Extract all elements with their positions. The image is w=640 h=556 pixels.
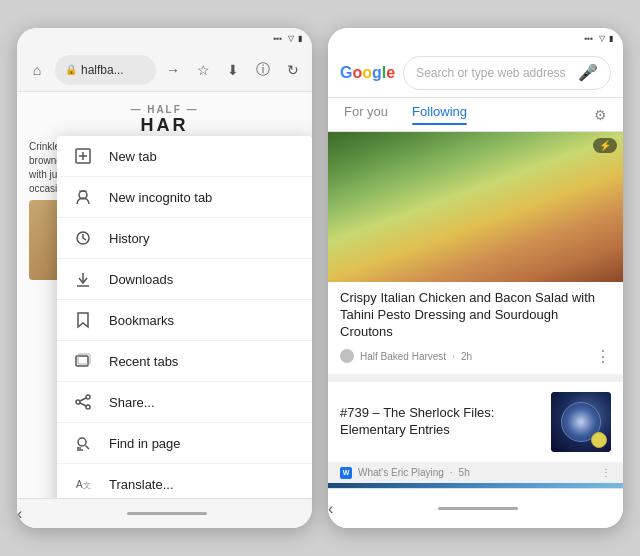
sherlock-thumbnail [551,392,611,452]
svg-point-13 [86,405,90,409]
search-placeholder: Search or type web address [416,66,565,80]
search-input[interactable]: Search or type web address 🎤 [403,56,611,90]
feed-avatar [340,349,354,363]
lightning-badge: ⚡ [593,138,617,153]
findinpage-icon [73,433,93,453]
sherlock-source: What's Eric Playing [358,467,444,478]
svg-marker-8 [78,313,88,327]
menu-item-history[interactable]: History [57,218,312,259]
tab-for-you[interactable]: For you [344,104,388,125]
source-icon: W [340,467,352,479]
menu-item-downloads[interactable]: Downloads [57,259,312,300]
history-label: History [109,231,296,246]
left-phone: ▪▪▪ ▽ ▮ ⌂ 🔒 halfba... → ☆ ⬇ ⓘ ↻ — HALF [17,28,312,528]
home-indicator [127,512,207,515]
feed-card-content: Crispy Italian Chicken and Bacon Salad w… [328,282,623,374]
right-bottom-nav: ‹ [328,488,623,528]
feed-main-title: Crispy Italian Chicken and Bacon Salad w… [340,290,611,341]
feed-dot: · [452,351,455,362]
bookmarks-label: Bookmarks [109,313,296,328]
wifi-icon: ▽ [288,34,294,43]
home-button[interactable]: ⌂ [25,58,49,82]
feed-main-meta: Half Baked Harvest · 2h ⋮ [340,347,611,366]
site-logo: — HALF — HAR [29,100,300,140]
sherlock-time: 5h [459,467,470,478]
svg-text:A: A [76,479,83,490]
menu-item-recent-tabs[interactable]: Recent tabs [57,341,312,382]
incognito-label: New incognito tab [109,190,296,205]
settings-icon[interactable]: ⚙ [594,107,607,123]
translate-label: Translate... [109,477,296,492]
battery-icon: ▮ [298,34,302,43]
right-back-button[interactable]: ‹ [328,500,333,518]
recent-tabs-label: Recent tabs [109,354,296,369]
left-bottom-nav: ‹ [17,498,312,528]
download-button[interactable]: ⬇ [222,59,244,81]
right-phone: ▪▪▪ ▽ ▮ Google Search or type web addres… [328,28,623,528]
sherlock-meta: W What's Eric Playing · 5h ⋮ [328,463,623,483]
svg-point-12 [76,400,80,404]
back-button[interactable]: ‹ [17,505,22,523]
signal-bars-icon: ▪▪▪ [273,34,282,43]
toolbar-icons: → ☆ ⬇ ⓘ ↻ [162,59,304,81]
downloads-icon [73,269,93,289]
left-status-bar: ▪▪▪ ▽ ▮ [17,28,312,48]
bottom-feed-image: ⚡ [328,483,623,488]
newtab-icon [73,146,93,166]
bookmarks-icon [73,310,93,330]
svg-text:文: 文 [83,481,91,490]
svg-line-15 [80,403,86,406]
refresh-button[interactable]: ↻ [282,59,304,81]
context-menu: New tab New incognito tab History [57,136,312,498]
history-icon [73,228,93,248]
mic-icon[interactable]: 🎤 [578,63,598,82]
info-button[interactable]: ⓘ [252,59,274,81]
forward-button[interactable]: → [162,59,184,81]
svg-line-17 [86,446,90,450]
menu-item-incognito[interactable]: New incognito tab [57,177,312,218]
share-icon [73,392,93,412]
sherlock-title: #739 – The Sherlock Files: Elementary En… [340,405,541,439]
feed-main-image: ⚡ [328,132,623,282]
svg-point-16 [78,438,86,446]
share-label: Share... [109,395,296,410]
menu-item-find[interactable]: Find in page [57,423,312,464]
downloads-label: Downloads [109,272,296,287]
url-box[interactable]: 🔒 halfba... [55,55,156,85]
sherlock-more-button[interactable]: ⋮ [601,467,611,478]
google-search-bar: Google Search or type web address 🎤 [328,48,623,98]
bookmark-button[interactable]: ☆ [192,59,214,81]
svg-line-14 [80,398,86,401]
svg-point-11 [86,395,90,399]
translate-icon: A文 [73,474,93,494]
menu-item-translate[interactable]: A文 Translate... [57,464,312,498]
menu-item-new-tab[interactable]: New tab [57,136,312,177]
new-tab-label: New tab [109,149,296,164]
right-wifi-icon: ▽ [599,34,605,43]
right-battery-icon: ▮ [609,34,613,43]
right-status-bar: ▪▪▪ ▽ ▮ [328,28,623,48]
lock-icon: 🔒 [65,64,77,75]
feed-card-main: ⚡ Crispy Italian Chicken and Bacon Salad… [328,132,623,374]
menu-item-bookmarks[interactable]: Bookmarks [57,300,312,341]
feed-more-button[interactable]: ⋮ [595,347,611,366]
google-logo: Google [340,64,395,82]
tabs-bar: For you Following ⚙ [328,98,623,132]
tab-following[interactable]: Following [412,104,467,125]
right-home-indicator [438,507,518,510]
web-content: — HALF — HAR Crinkled on the middle, and… [17,92,312,498]
feed-item-sherlock: #739 – The Sherlock Files: Elementary En… [328,382,623,463]
feed-content: ⚡ Crispy Italian Chicken and Bacon Salad… [328,132,623,488]
sherlock-dot: · [450,467,453,478]
address-bar: ⌂ 🔒 halfba... → ☆ ⬇ ⓘ ↻ [17,48,312,92]
incognito-icon [73,187,93,207]
right-signal-icon: ▪▪▪ [584,34,593,43]
find-label: Find in page [109,436,296,451]
feed-item-text: #739 – The Sherlock Files: Elementary En… [340,405,541,439]
feed-time: 2h [461,351,472,362]
url-text: halfba... [81,63,124,77]
menu-item-share[interactable]: Share... [57,382,312,423]
feed-source: Half Baked Harvest [360,351,446,362]
recenttabs-icon [73,351,93,371]
